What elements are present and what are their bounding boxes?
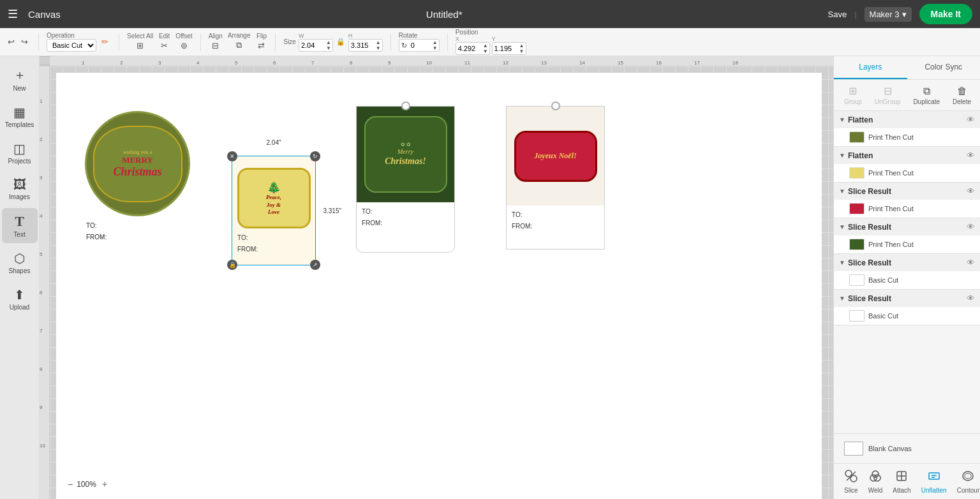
- sidebar-item-upload[interactable]: ⬆ Upload: [2, 282, 38, 316]
- pos-y-up[interactable]: ▲: [518, 43, 526, 48]
- zoom-out-button[interactable]: −: [68, 479, 73, 489]
- dim-height-label: 3.315": [320, 207, 344, 215]
- layer-section-slice1-header[interactable]: ▼ Slice Result 👁: [834, 182, 980, 200]
- tag-3-body: ✿ ✿ MerryChristmas! TO: FROM:: [356, 106, 455, 253]
- canvas-content[interactable]: wishing you a MERRY Christmas TO: FROM: …: [50, 66, 833, 499]
- chevron-down-icon: ▼: [839, 295, 845, 302]
- align-button[interactable]: ⊟: [209, 40, 221, 52]
- layer-label-ptc1: Print Then Cut: [868, 133, 975, 141]
- pos-y-input[interactable]: [493, 43, 518, 54]
- pos-y-down[interactable]: ▼: [518, 48, 526, 54]
- layer-section-flatten2-header[interactable]: ▼ Flatten 👁: [834, 147, 980, 164]
- tab-layers[interactable]: Layers: [834, 56, 907, 79]
- height-input[interactable]: [349, 40, 375, 50]
- edit-pen-button[interactable]: ✏: [99, 36, 111, 48]
- delete-button[interactable]: 🗑 Delete: [947, 83, 976, 108]
- resize-handle[interactable]: ↗: [310, 260, 320, 270]
- select-all-label: Select All: [127, 33, 153, 40]
- canvas-area[interactable]: 1 2 3 4 5 6 7 8 9 10 11 12 13 14 15 16 1…: [40, 56, 833, 499]
- make-it-button[interactable]: Make It: [919, 4, 972, 24]
- chevron-down-icon: ▼: [839, 188, 845, 195]
- group-button[interactable]: ⊞ Group: [839, 82, 867, 108]
- height-up[interactable]: ▲: [375, 40, 382, 45]
- group-label: Group: [844, 98, 862, 105]
- sidebar-item-new[interactable]: ＋ New: [2, 61, 38, 97]
- tab-colorsync[interactable]: Color Sync: [907, 56, 981, 79]
- attach-tool[interactable]: Attach: [887, 467, 916, 496]
- tag-4-hole: [551, 101, 560, 110]
- width-input[interactable]: [299, 40, 325, 50]
- panel-actions: Blank Canvas: [834, 433, 980, 463]
- layer-section-slice2-header[interactable]: ▼ Slice Result 👁: [834, 218, 980, 235]
- layer-label-ptc4: Print Then Cut: [868, 241, 975, 248]
- maker-selector[interactable]: Maker 3 ▾: [865, 7, 912, 22]
- select-all-button[interactable]: ⊞: [134, 40, 146, 52]
- ungroup-button[interactable]: ⊟ UnGroup: [870, 82, 906, 108]
- rotate-down[interactable]: ▼: [431, 45, 439, 51]
- align-group: Align ⊟: [209, 33, 223, 52]
- rotate-handle[interactable]: ↻: [310, 151, 320, 161]
- gift-tag-1[interactable]: wishing you a MERRY Christmas TO: FROM:: [85, 111, 190, 247]
- size-group: Size W ▲ ▼ 🔒 H ▲ ▼: [283, 33, 382, 52]
- slice-tool[interactable]: Slice: [839, 467, 863, 496]
- unflatten-tool[interactable]: Unflatten: [916, 467, 952, 496]
- offset-button[interactable]: ⊚: [178, 40, 190, 52]
- visibility-toggle-slice4[interactable]: 👁: [967, 294, 975, 303]
- visibility-toggle-slice1[interactable]: 👁: [967, 186, 975, 196]
- layer-thumb-ptc1: [849, 131, 865, 143]
- layer-section-slice3-header[interactable]: ▼ Slice Result 👁: [834, 254, 980, 271]
- save-button[interactable]: Save: [828, 10, 847, 19]
- layer-item-ptc1[interactable]: Print Then Cut: [834, 128, 980, 146]
- sidebar-item-projects[interactable]: ◫ Projects: [2, 136, 38, 170]
- edit-button[interactable]: ✂: [158, 40, 170, 52]
- flip-button[interactable]: ⇄: [255, 40, 267, 52]
- close-handle[interactable]: ✕: [227, 151, 237, 161]
- gift-tag-2-selected[interactable]: 2.04" 3.315" ✕ ↻ 🔒 ↗ 🎄: [232, 156, 316, 265]
- gift-tag-4[interactable]: Joyeux Noël! TO: FROM:: [506, 101, 605, 250]
- chevron-down-icon: ▼: [839, 152, 845, 159]
- lock-handle[interactable]: 🔒: [227, 260, 237, 270]
- undo-button[interactable]: ↩: [5, 36, 17, 48]
- height-down[interactable]: ▼: [375, 45, 382, 51]
- width-up[interactable]: ▲: [325, 40, 332, 45]
- sidebar-item-shapes[interactable]: ⬡ Shapes: [2, 246, 38, 279]
- main-area: ＋ New ▦ Templates ◫ Projects 🖼 Images T …: [0, 56, 980, 499]
- sidebar-item-text[interactable]: T Text: [2, 208, 38, 243]
- visibility-toggle-flatten1[interactable]: 👁: [967, 115, 975, 124]
- ruler-top: 1 2 3 4 5 6 7 8 9 10 11 12 13 14 15 16 1…: [50, 56, 833, 66]
- pos-x-down[interactable]: ▼: [482, 48, 489, 54]
- hamburger-menu[interactable]: ☰: [8, 7, 18, 21]
- visibility-toggle-flatten2[interactable]: 👁: [967, 151, 975, 160]
- layer-section-flatten1-header[interactable]: ▼ Flatten 👁: [834, 111, 980, 128]
- visibility-toggle-slice2[interactable]: 👁: [967, 222, 975, 232]
- sidebar-item-shapes-label: Shapes: [9, 267, 31, 274]
- layer-item-ptc2[interactable]: Print Then Cut: [834, 164, 980, 182]
- unflatten-label: Unflatten: [921, 487, 947, 494]
- layer-section-slice4-header[interactable]: ▼ Slice Result 👁: [834, 290, 980, 307]
- layer-item-ptc4[interactable]: Print Then Cut: [834, 235, 980, 253]
- gift-tag-3[interactable]: ✿ ✿ MerryChristmas! TO: FROM:: [356, 101, 455, 253]
- flip-label: Flip: [255, 33, 267, 40]
- arrange-button[interactable]: ⧉: [234, 39, 244, 52]
- sidebar-item-images[interactable]: 🖼 Images: [2, 172, 38, 205]
- weld-tool[interactable]: Weld: [863, 467, 888, 496]
- pos-x-up[interactable]: ▲: [482, 43, 489, 48]
- layer-item-ptc3[interactable]: Print Then Cut: [834, 200, 980, 218]
- contour-tool[interactable]: Contour: [952, 467, 980, 496]
- visibility-toggle-slice3[interactable]: 👁: [967, 258, 975, 267]
- duplicate-button[interactable]: ⧉ Duplicate: [908, 83, 945, 108]
- operation-select[interactable]: Basic Cut: [47, 39, 96, 52]
- edit-group: Edit ✂: [158, 33, 170, 52]
- panel-content: ▼ Flatten 👁 Print Then Cut ▼ Flatten 👁: [834, 111, 980, 433]
- rotate-up[interactable]: ▲: [431, 40, 439, 45]
- pos-x-input[interactable]: [456, 43, 482, 54]
- rotate-input[interactable]: [409, 40, 431, 50]
- flip-group: Flip ⇄: [255, 33, 267, 52]
- layer-item-bc1[interactable]: Basic Cut: [834, 271, 980, 289]
- redo-button[interactable]: ↪: [19, 36, 31, 48]
- weld-label: Weld: [868, 487, 883, 494]
- layer-item-bc2[interactable]: Basic Cut: [834, 307, 980, 325]
- width-down[interactable]: ▼: [325, 45, 332, 51]
- sidebar-item-templates[interactable]: ▦ Templates: [2, 100, 38, 133]
- zoom-in-button[interactable]: ＋: [100, 479, 109, 490]
